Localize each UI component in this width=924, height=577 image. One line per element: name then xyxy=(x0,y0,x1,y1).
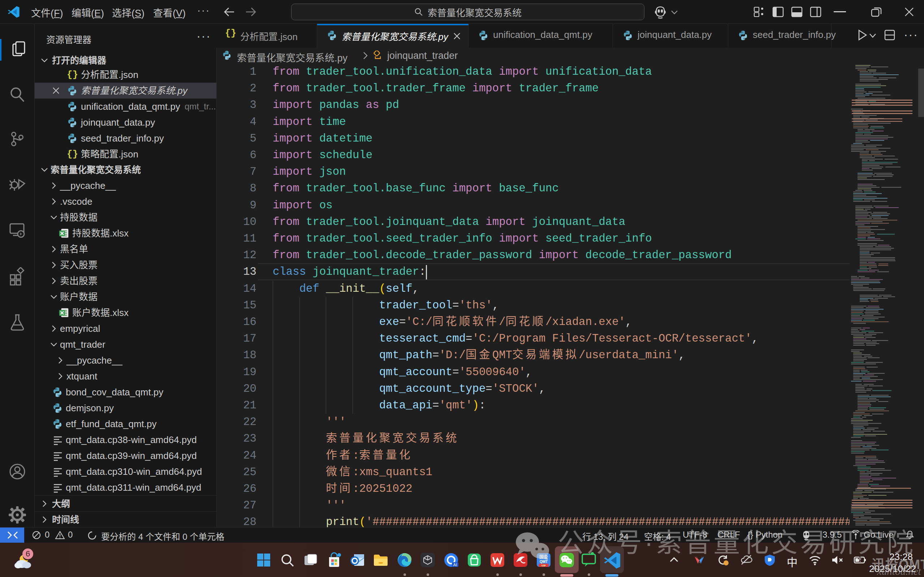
svg-text:VIP: VIP xyxy=(542,564,547,567)
svg-text:AI: AI xyxy=(453,562,457,567)
